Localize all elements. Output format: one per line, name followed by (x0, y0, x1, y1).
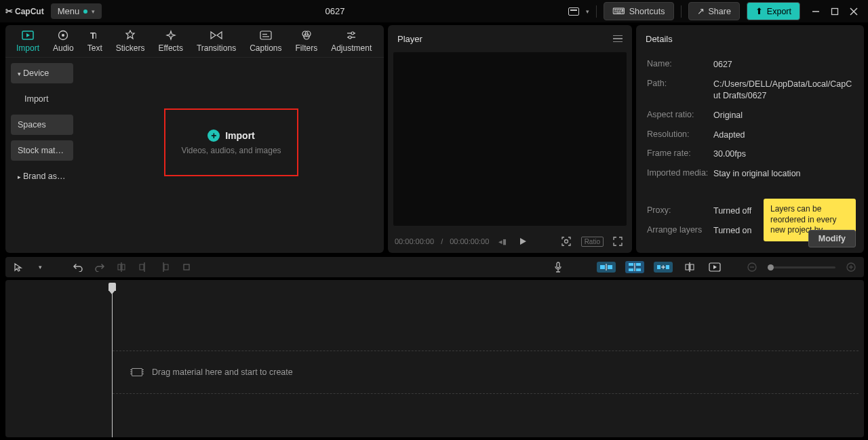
delete-icon[interactable] (180, 261, 193, 273)
sidebar-item-spaces[interactable]: Spaces (11, 115, 73, 135)
tab-label: Captions (250, 43, 281, 53)
divider (596, 5, 597, 18)
tab-stickers[interactable]: Stickers (109, 25, 152, 57)
svg-point-21 (564, 240, 568, 243)
media-tabs: Import Audio TI Text Stickers Effects Tr… (5, 25, 384, 58)
tab-label: Adjustment (331, 43, 372, 53)
prev-frame-icon[interactable]: ◂▮ (496, 236, 509, 247)
stickers-icon (124, 29, 136, 41)
plus-icon: + (208, 129, 220, 142)
tab-audio[interactable]: Audio (46, 25, 81, 57)
svg-rect-28 (164, 264, 168, 270)
svg-rect-31 (600, 265, 605, 269)
player-viewport[interactable] (393, 52, 627, 226)
timeline-toolbar: ▾ (5, 257, 864, 277)
titlebar: ✂ CapCut Menu ▾ 0627 ▾ ⌨ Shortcuts ↗ Sha… (0, 0, 868, 22)
chevron-down-icon[interactable]: ▾ (34, 261, 46, 273)
redo-icon[interactable] (94, 261, 106, 273)
split-icon[interactable] (115, 261, 127, 273)
share-icon: ↗ (697, 6, 705, 16)
tab-label: Effects (158, 43, 182, 53)
align-center-icon[interactable] (682, 260, 697, 274)
timeline-ruler[interactable] (5, 280, 864, 303)
delete-left-icon[interactable] (137, 261, 149, 273)
play-icon[interactable] (516, 236, 530, 247)
tab-label: Audio (53, 43, 74, 53)
svg-rect-39 (657, 265, 660, 269)
captions-icon (260, 29, 272, 41)
svg-point-7 (62, 34, 64, 37)
maximize-button[interactable] (830, 7, 840, 16)
tab-label: Filters (296, 43, 318, 53)
svg-marker-5 (26, 33, 30, 37)
close-button[interactable] (849, 7, 859, 16)
drag-hint-text: Drag material here and start to create (152, 367, 293, 377)
video-track-placeholder[interactable]: Drag material here and start to create (113, 351, 859, 394)
svg-rect-36 (629, 268, 633, 271)
svg-rect-34 (629, 263, 633, 266)
sidebar-item-import[interactable]: Import (11, 89, 73, 109)
preview-render-icon[interactable] (707, 260, 723, 274)
svg-rect-10 (260, 31, 271, 39)
tab-import[interactable]: Import (9, 25, 46, 57)
app-name: CapCut (15, 7, 44, 16)
svg-point-19 (349, 36, 351, 39)
zoom-thumb[interactable] (768, 264, 774, 271)
timeline[interactable]: Drag material here and start to create (5, 280, 864, 437)
import-title-row: + Import (208, 129, 255, 142)
layout-button[interactable] (568, 7, 579, 16)
export-button[interactable]: ⬆ Export (747, 2, 800, 20)
export-icon: ⬆ (755, 6, 763, 16)
detail-row-path: Path:C:/Users/DELL/AppData/Local/CapCut … (647, 79, 853, 102)
tab-transitions[interactable]: Transitions (190, 25, 243, 57)
media-sidebar: ▾Device Import Spaces Stock mate... ▸Bra… (5, 58, 79, 253)
menu-label: Menu (58, 6, 80, 16)
snap-all-tracks-icon[interactable] (625, 261, 644, 273)
zoom-in-icon[interactable] (845, 261, 857, 273)
tab-adjustment[interactable]: Adjustment (324, 25, 378, 57)
tab-filters[interactable]: Filters (289, 25, 325, 57)
svg-text:I: I (95, 33, 97, 40)
tab-captions[interactable]: Captions (243, 25, 288, 57)
zoom-out-icon[interactable] (746, 261, 758, 273)
audio-icon (57, 29, 69, 41)
minimize-button[interactable] (811, 7, 821, 16)
filters-icon (300, 29, 313, 41)
menu-button[interactable]: Menu ▾ (51, 3, 102, 19)
snap-magnet-icon[interactable] (654, 262, 673, 273)
snap-main-track-icon[interactable] (597, 262, 616, 273)
text-icon: TI (89, 29, 101, 41)
tab-text[interactable]: TI Text (81, 25, 109, 57)
selection-tool-icon[interactable] (12, 261, 24, 273)
modify-button[interactable]: Modify (808, 230, 856, 247)
player-controls: 00:00:00:00 / 00:00:00:00 ◂▮ Ratio (388, 230, 632, 253)
ratio-button[interactable]: Ratio (581, 237, 604, 247)
media-body: ▾Device Import Spaces Stock mate... ▸Bra… (5, 58, 384, 253)
fullscreen-icon[interactable] (610, 235, 625, 247)
microphone-icon[interactable] (552, 261, 564, 273)
delete-right-icon[interactable] (159, 261, 171, 273)
share-button[interactable]: ↗ Share (688, 2, 740, 20)
sidebar-item-brand-assets[interactable]: ▸Brand assets (11, 166, 73, 186)
shortcuts-button[interactable]: ⌨ Shortcuts (604, 2, 674, 20)
detail-row-framerate: Frame rate:30.00fps (647, 148, 853, 160)
tab-effects[interactable]: Effects (151, 25, 189, 57)
detail-row-aspect: Aspect ratio:Original (647, 110, 853, 121)
zoom-slider[interactable] (768, 266, 835, 268)
sidebar-item-device[interactable]: ▾Device (11, 63, 73, 83)
chevron-down-icon: ▾ (92, 8, 95, 15)
detail-row-imported-media: Imported media:Stay in original location (647, 168, 853, 180)
chevron-down-icon[interactable]: ▾ (586, 8, 589, 15)
scan-icon[interactable] (558, 235, 574, 248)
tab-label: Text (87, 43, 102, 53)
app-logo: ✂ CapCut (5, 6, 44, 16)
chevron-down-icon: ▾ (18, 71, 21, 77)
project-title: 0627 (108, 6, 561, 16)
player-menu-icon[interactable] (613, 35, 623, 43)
import-icon (22, 29, 34, 41)
import-drop-target[interactable]: + Import Videos, audios, and images (164, 108, 298, 176)
sidebar-item-stock-material[interactable]: Stock mate... (11, 140, 73, 161)
tab-label: Transitions (197, 43, 236, 53)
undo-icon[interactable] (72, 261, 84, 273)
svg-rect-37 (636, 268, 641, 271)
